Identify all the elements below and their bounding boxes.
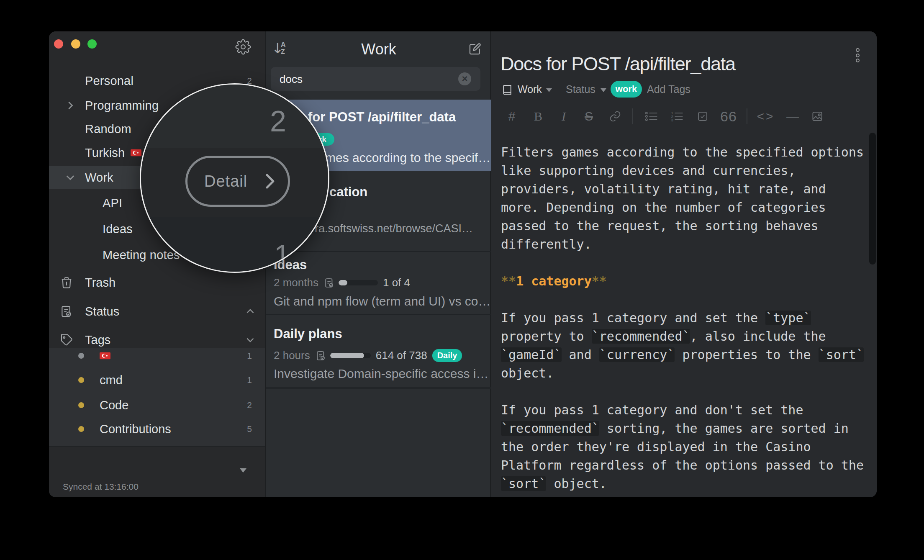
note-title: Daily plans: [274, 326, 342, 342]
chevron-down-icon: [546, 88, 552, 92]
note-body[interactable]: Filters games according to the specified…: [501, 143, 869, 493]
tag-label: Contributions: [100, 422, 171, 436]
code-tool-icon[interactable]: <>: [757, 109, 775, 123]
progress-label: 1 of 4: [383, 276, 410, 289]
bold-tool-icon[interactable]: B: [534, 109, 542, 123]
tag-item-Code[interactable]: Code2: [49, 393, 265, 417]
chevron-down-icon: [601, 88, 606, 92]
minimize-button[interactable]: [71, 39, 80, 49]
sidebar-item-label: Meeting notes: [103, 248, 180, 262]
sidebar-item-label: Ideas: [103, 222, 133, 236]
note-count: 2: [247, 400, 252, 410]
search-input[interactable]: docs ×: [271, 67, 480, 91]
tag-color-dot: [78, 426, 84, 432]
tag-label: Code: [100, 398, 128, 412]
sidebar-item-label: Programming: [85, 99, 159, 113]
add-tags-button[interactable]: Add Tags: [647, 83, 690, 95]
tag-color-dot: [78, 377, 84, 383]
sidebar-item-label: Turkish: [85, 146, 125, 160]
toolbar-separator: [747, 108, 747, 124]
tag-item-cmd[interactable]: cmd1: [49, 368, 265, 392]
body-line: `recommended` sorting, the games are sor…: [501, 419, 869, 438]
sidebar-footer: Synced at 13:16:00: [49, 446, 265, 497]
notebook-icon: [501, 83, 513, 96]
status-select[interactable]: Status: [566, 83, 595, 95]
sync-status: Synced at 13:16:00: [63, 482, 139, 492]
notebook-select[interactable]: Work: [518, 83, 542, 95]
note-snippet: Investigate Domain-specific access i…: [274, 367, 489, 381]
progress-bar: [339, 280, 378, 285]
note-count: 1: [247, 351, 252, 361]
editor-panel: Docs for POST /api/filter_data Work Stat…: [491, 31, 877, 497]
compose-icon[interactable]: [468, 42, 482, 56]
body-line: the order they're displayed in the Casin…: [501, 438, 869, 456]
search-clear-icon[interactable]: ×: [458, 72, 471, 85]
tag-label: cmd: [100, 373, 123, 387]
sidebar-item-status[interactable]: Status: [49, 300, 265, 323]
trash-icon: [59, 275, 74, 290]
body-line: passed to the request, the sorting behav…: [501, 217, 869, 235]
note-meta-row: Work Status work Add Tags: [491, 81, 868, 98]
tag-color-dot: [78, 353, 84, 359]
svg-text:3: 3: [671, 118, 673, 122]
toolbar-separator: [632, 108, 633, 124]
zoom-button[interactable]: [87, 39, 97, 49]
magnifier-overlay: 2 1 Detail: [140, 83, 329, 273]
note-url: ra.softswiss.net/browse/CASI…: [315, 222, 473, 235]
chevron-right-icon: [265, 173, 275, 189]
note-list-item[interactable]: Daily plans 2 hours 614 of 738 Daily Inv…: [266, 315, 492, 387]
note-title-heading: Docs for POST /api/filter_data: [501, 53, 735, 75]
status-icon: [59, 304, 74, 319]
tag-item-Contributions[interactable]: Contributions5: [49, 417, 265, 441]
footer-caret-icon[interactable]: [240, 468, 246, 473]
link-tool-icon[interactable]: [609, 110, 621, 123]
body-line: Filters games according to the specified…: [501, 143, 869, 162]
body-line: more. Depending on the number of categor…: [501, 198, 869, 217]
strikethrough-tool-icon[interactable]: S: [585, 109, 593, 123]
body-line: Platform regardless of the options passe…: [501, 456, 869, 475]
traffic-lights: [54, 39, 104, 49]
note-title: cation: [329, 185, 367, 200]
ordered-list-tool-icon[interactable]: 123: [670, 110, 684, 123]
body-line: like supporting devices and currencies,: [501, 162, 869, 180]
body-line: [501, 290, 869, 309]
body-line: object.: [501, 364, 869, 383]
sidebar-item-trash[interactable]: Trash: [49, 271, 265, 294]
hr-tool-icon[interactable]: —: [786, 109, 799, 123]
note-title: for POST /api/filter_data: [308, 110, 456, 125]
italic-tool-icon[interactable]: I: [562, 109, 566, 123]
search-value: docs: [280, 72, 303, 85]
note-age: 2 hours: [274, 349, 310, 362]
note-list-panel: ↓ AZ Work docs × for POST /api/filter_da…: [265, 31, 491, 497]
checkbox-tool-icon[interactable]: [696, 110, 709, 123]
tag-item-flag[interactable]: 1: [49, 344, 265, 367]
sidebar-item-label: Trash: [85, 276, 116, 290]
note-snippet: mes according to the specif…: [325, 151, 490, 165]
daily-badge: Daily: [432, 349, 462, 362]
body-line: differently.: [501, 235, 869, 254]
progress-label: 614 of 738: [376, 349, 427, 362]
tag-list-section: 1cmd1Code2Contributions5: [49, 348, 265, 446]
settings-gear-icon[interactable]: [235, 39, 251, 55]
heading-tool-icon[interactable]: #: [508, 109, 516, 123]
note-age: 2 months: [274, 276, 318, 289]
checklist-progress-icon: [315, 350, 327, 362]
close-button[interactable]: [54, 39, 63, 49]
more-options-icon[interactable]: [856, 48, 861, 64]
tag-color-dot: [78, 402, 84, 408]
chevron-up-icon[interactable]: [246, 307, 254, 316]
turkish-flag-icon: [131, 149, 141, 157]
note-list-item[interactable]: Ideas 2 months 1 of 4 Git and npm flow (…: [266, 252, 492, 314]
progress-bar: [330, 353, 371, 358]
editor-scrollbar[interactable]: [869, 133, 876, 265]
quote-tool-icon[interactable]: 66: [720, 108, 737, 125]
loupe-count-top: 2: [270, 105, 286, 138]
chevron-down-icon[interactable]: [246, 336, 254, 344]
tag-pill[interactable]: work: [611, 81, 642, 98]
list-divider: [266, 387, 492, 389]
detail-button[interactable]: Detail: [185, 156, 290, 207]
body-line: property to `recommended`, also include …: [501, 327, 869, 346]
image-tool-icon[interactable]: [811, 110, 824, 123]
bullet-list-tool-icon[interactable]: [644, 110, 659, 123]
note-count: 1: [247, 375, 252, 385]
